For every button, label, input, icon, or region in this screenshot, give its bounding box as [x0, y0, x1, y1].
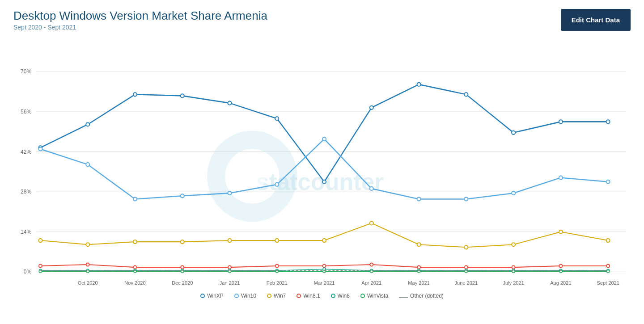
other-legend-label: Other (dotted)	[410, 293, 444, 299]
svg-point-31	[228, 101, 231, 105]
subtitle: Sept 2020 - Sept 2021	[13, 24, 267, 31]
svg-point-47	[370, 187, 373, 190]
winvista-legend-label: WinVista	[367, 293, 388, 299]
svg-point-69	[181, 266, 184, 269]
svg-point-49	[464, 197, 468, 201]
svg-text:Apr 2021: Apr 2021	[361, 280, 381, 286]
legend-item-win81: Win8.1	[297, 293, 320, 299]
winxp-legend-label: WinXP	[207, 293, 224, 299]
svg-point-78	[606, 264, 610, 267]
svg-point-59	[322, 239, 326, 242]
svg-point-33	[322, 180, 326, 184]
legend-item-winxp: WinXP	[200, 293, 224, 299]
win8-legend-dot	[331, 294, 335, 298]
legend-item-win7: Win7	[267, 293, 286, 299]
svg-text:42%: 42%	[21, 149, 31, 155]
win81-legend-label: Win8.1	[303, 293, 320, 299]
win10-legend-label: Win10	[241, 293, 256, 299]
svg-point-36	[464, 93, 468, 96]
svg-point-64	[559, 230, 563, 234]
svg-text:14%: 14%	[21, 229, 31, 235]
svg-text:Mar 2021: Mar 2021	[314, 280, 335, 286]
svg-point-104	[607, 270, 610, 273]
svg-text:28%: 28%	[21, 189, 31, 195]
svg-point-50	[512, 191, 515, 195]
svg-point-48	[417, 197, 421, 201]
chart-svg: 70% 56% 42% 28% 14% 0% Oct 2020 Nov 2020…	[13, 35, 631, 290]
svg-point-46	[322, 137, 326, 141]
svg-text:June 2021: June 2021	[454, 280, 478, 286]
svg-point-71	[275, 264, 279, 267]
svg-point-40	[38, 147, 42, 151]
svg-text:70%: 70%	[21, 68, 31, 75]
svg-point-32	[275, 117, 279, 120]
svg-text:May 2021: May 2021	[408, 280, 430, 286]
svg-point-75	[465, 266, 468, 269]
svg-point-29	[133, 93, 137, 96]
win7-legend-label: Win7	[274, 293, 286, 299]
win8-legend-label: Win8	[338, 293, 350, 299]
svg-text:0%: 0%	[24, 269, 32, 275]
svg-point-76	[512, 266, 515, 269]
svg-point-62	[464, 245, 468, 249]
chart-legend: WinXP Win10 Win7 Win8.1 Win8 WinVista Ot…	[13, 293, 631, 299]
legend-item-win8: Win8	[331, 293, 350, 299]
svg-point-56	[181, 240, 184, 244]
svg-point-61	[417, 243, 421, 246]
svg-text:Jan 2021: Jan 2021	[220, 280, 240, 286]
svg-text:Dec 2020: Dec 2020	[172, 280, 193, 286]
svg-point-73	[370, 263, 373, 266]
page-header: Desktop Windows Version Market Share Arm…	[13, 9, 631, 31]
win81-legend-dot	[297, 294, 301, 298]
svg-point-30	[181, 94, 184, 97]
winvista-legend-dot	[360, 294, 365, 298]
legend-item-other: Other (dotted)	[399, 293, 444, 299]
page-container: Desktop Windows Version Market Share Arm…	[0, 0, 644, 324]
main-title: Desktop Windows Version Market Share Arm…	[13, 9, 267, 23]
svg-point-74	[417, 266, 420, 269]
svg-point-45	[275, 183, 279, 186]
other-legend-line	[399, 297, 408, 298]
svg-point-42	[133, 197, 137, 201]
legend-item-winvista: WinVista	[360, 293, 388, 299]
title-block: Desktop Windows Version Market Share Arm…	[13, 9, 267, 31]
svg-point-57	[228, 239, 231, 242]
svg-point-44	[228, 191, 231, 195]
svg-text:Aug 2021: Aug 2021	[550, 280, 571, 286]
svg-point-70	[228, 266, 231, 269]
svg-point-77	[559, 264, 562, 267]
svg-point-68	[133, 266, 136, 269]
svg-text:Nov 2020: Nov 2020	[124, 280, 145, 286]
svg-point-54	[86, 243, 89, 246]
svg-point-63	[512, 243, 515, 246]
svg-point-43	[181, 194, 184, 198]
svg-point-58	[275, 239, 279, 242]
svg-text:Sept 2021: Sept 2021	[597, 280, 619, 286]
svg-point-41	[86, 163, 89, 166]
svg-point-39	[606, 120, 610, 123]
svg-point-34	[370, 106, 373, 109]
svg-point-28	[86, 122, 89, 126]
svg-point-72	[323, 264, 326, 267]
svg-point-26	[239, 163, 266, 190]
svg-point-55	[133, 240, 137, 244]
svg-point-37	[512, 131, 515, 135]
win10-legend-dot	[234, 294, 239, 298]
svg-point-35	[417, 83, 421, 86]
win7-legend-dot	[267, 294, 271, 298]
svg-point-67	[86, 263, 89, 266]
legend-item-win10: Win10	[234, 293, 256, 299]
svg-text:July 2021: July 2021	[503, 280, 524, 286]
svg-point-51	[559, 176, 563, 180]
svg-point-38	[559, 120, 563, 123]
svg-point-65	[606, 239, 610, 242]
svg-point-52	[606, 180, 610, 184]
chart-area: 70% 56% 42% 28% 14% 0% Oct 2020 Nov 2020…	[13, 35, 631, 290]
svg-text:Feb 2021: Feb 2021	[267, 280, 288, 286]
svg-point-66	[39, 264, 42, 267]
svg-text:56%: 56%	[21, 109, 31, 115]
winxp-legend-dot	[200, 294, 205, 298]
svg-point-53	[38, 239, 42, 242]
svg-text:Oct 2020: Oct 2020	[78, 280, 98, 286]
edit-chart-button[interactable]: Edit Chart Data	[561, 9, 631, 31]
